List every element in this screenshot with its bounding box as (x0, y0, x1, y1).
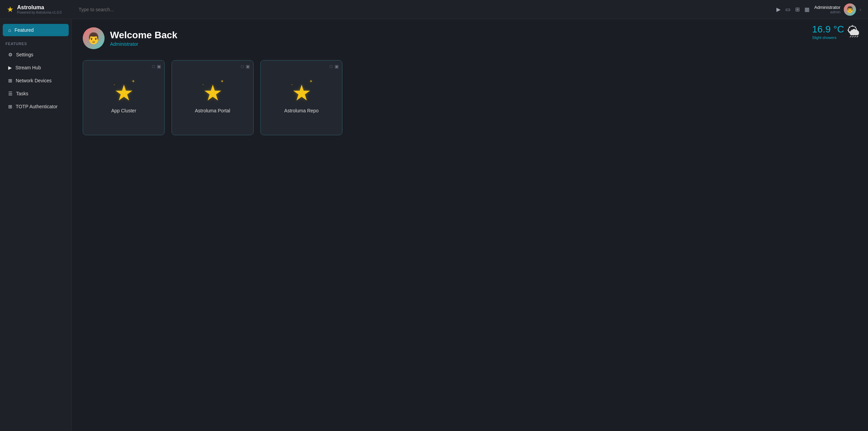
user-role: admin (814, 10, 841, 14)
sidebar-item-tasks[interactable]: ☰ Tasks (3, 87, 69, 100)
weather-widget: 16.9 °C Slight showers 🌦 (812, 24, 860, 40)
weather-icon: 🌦 (847, 25, 860, 39)
copy-icon[interactable]: □ (152, 64, 155, 69)
star-icon: ★ (114, 82, 134, 104)
app-card-app-cluster[interactable]: □ ▣ ★ App Cluster (83, 60, 165, 135)
sidebar: ⌂ Featured Features Settings ▶ Stream Hu… (0, 19, 72, 431)
qr-icon[interactable]: ▦ (804, 6, 810, 13)
copy-icon[interactable]: □ (330, 64, 333, 69)
logo-area[interactable]: ★ Astroluma Powered by Astroluma v1.0.0 (7, 4, 79, 14)
expand-icon[interactable]: ▣ (157, 64, 161, 69)
app-name: Astroluma (17, 4, 62, 11)
avatar: 👨 (844, 3, 856, 16)
app-card-astroluma-repo[interactable]: □ ▣ ★ Astroluma Repo (260, 60, 342, 135)
expand-icon[interactable]: ▣ (335, 64, 339, 69)
sidebar-section-label: Features (0, 37, 71, 48)
totp-icon: ⊞ (8, 104, 12, 109)
card-label: Astroluma Repo (284, 108, 318, 113)
star-icon: ★ (292, 82, 311, 104)
sidebar-item-network-devices[interactable]: ⊞ Network Devices (3, 74, 69, 87)
tv-icon[interactable]: ▶ (776, 6, 781, 13)
card-label: Astroluma Portal (195, 108, 230, 113)
tasks-icon: ☰ (8, 91, 13, 96)
sidebar-item-label: Tasks (16, 91, 28, 96)
user-area[interactable]: Administrator admin 👨 › (814, 3, 861, 16)
search-input[interactable] (79, 5, 181, 14)
sidebar-item-stream-hub[interactable]: ▶ Stream Hub (3, 61, 69, 74)
weather-description: Slight showers (812, 36, 844, 40)
content-area: 16.9 °C Slight showers 🌦 👨 Welcome Back … (72, 19, 868, 431)
network-icon: ⊞ (8, 78, 12, 83)
sidebar-item-label: TOTP Authenticator (16, 104, 57, 109)
card-actions: □ ▣ (241, 64, 250, 69)
card-actions: □ ▣ (330, 64, 339, 69)
home-icon: ⌂ (8, 27, 11, 33)
welcome-title: Welcome Back (110, 30, 177, 41)
welcome-section: 👨 Welcome Back Administrator (83, 27, 857, 49)
app-card-astroluma-portal[interactable]: □ ▣ ★ Astroluma Portal (172, 60, 254, 135)
stream-icon: ▶ (8, 65, 12, 70)
sidebar-item-settings[interactable]: Settings (3, 48, 69, 61)
monitor-icon[interactable]: ▭ (785, 6, 790, 13)
sidebar-item-totp[interactable]: ⊞ TOTP Authenticator (3, 100, 69, 113)
grid-icon[interactable]: ⊞ (795, 6, 800, 13)
cards-grid: □ ▣ ★ App Cluster □ ▣ ★ Astroluma Portal… (83, 60, 857, 135)
search-bar (79, 5, 776, 14)
star-icon: ★ (203, 82, 222, 104)
nav-right: ▶ ▭ ⊞ ▦ Administrator admin 👨 › (776, 3, 861, 16)
logo-star-icon: ★ (7, 5, 14, 14)
user-name: Administrator (814, 5, 841, 10)
sidebar-item-label: Settings (16, 52, 33, 57)
card-actions: □ ▣ (152, 64, 161, 69)
main-layout: ⌂ Featured Features Settings ▶ Stream Hu… (0, 19, 868, 431)
welcome-avatar: 👨 (83, 27, 105, 49)
copy-icon[interactable]: □ (241, 64, 244, 69)
app-version: Powered by Astroluma v1.0.0 (17, 11, 62, 14)
gear-icon (8, 52, 13, 57)
sidebar-item-featured[interactable]: ⌂ Featured (3, 24, 69, 36)
expand-icon[interactable]: ▣ (246, 64, 250, 69)
card-label: App Cluster (111, 108, 136, 113)
chevron-icon: › (859, 7, 861, 12)
sidebar-item-label: Featured (14, 27, 33, 33)
sidebar-item-label: Network Devices (16, 78, 52, 83)
welcome-subtitle: Administrator (110, 41, 177, 47)
sidebar-item-label: Stream Hub (15, 65, 41, 70)
weather-temperature: 16.9 °C (812, 24, 844, 35)
navbar: ★ Astroluma Powered by Astroluma v1.0.0 … (0, 0, 868, 19)
